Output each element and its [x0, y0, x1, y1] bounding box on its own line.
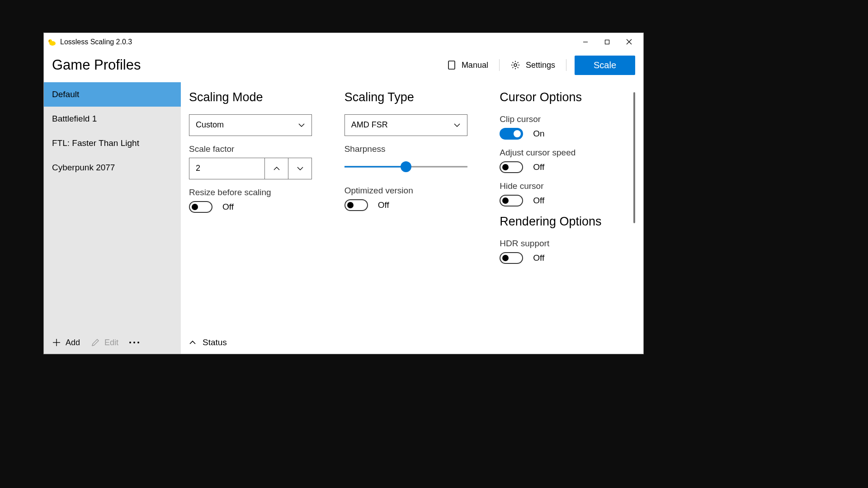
hdr-support-label: HDR support [500, 239, 630, 249]
clip-cursor-label: Clip cursor [500, 114, 630, 124]
gear-icon [510, 60, 520, 70]
edit-label: Edit [104, 338, 118, 347]
status-label: Status [203, 338, 227, 347]
svg-point-8 [514, 64, 517, 66]
profile-label: Battlefield 1 [52, 114, 97, 123]
profile-list: Default Battlefield 1 FTL: Faster Than L… [44, 82, 181, 333]
resize-before-scaling-toggle[interactable] [189, 201, 212, 213]
rendering-options-title: Rendering Options [500, 215, 630, 229]
sidebar: Default Battlefield 1 FTL: Faster Than L… [44, 82, 181, 354]
resize-before-scaling-state: Off [222, 202, 234, 212]
scale-button-label: Scale [594, 60, 616, 70]
plus-icon [52, 338, 61, 347]
profile-item-ftl[interactable]: FTL: Faster Than Light [44, 131, 181, 155]
scaling-type-title: Scaling Type [344, 90, 475, 104]
hide-cursor-state: Off [533, 196, 544, 206]
adjust-cursor-speed-label: Adjust cursor speed [500, 148, 630, 158]
hide-cursor-toggle[interactable] [500, 195, 523, 206]
close-button[interactable] [618, 35, 640, 49]
scaling-mode-title: Scaling Mode [189, 90, 319, 104]
adjust-cursor-speed-state: Off [533, 162, 544, 172]
page-title: Game Profiles [52, 57, 141, 73]
separator [499, 59, 500, 71]
more-options-button[interactable] [129, 342, 139, 343]
sidebar-footer: Add Edit [44, 333, 181, 354]
spinner-down-button[interactable] [288, 158, 311, 179]
scale-factor-label: Scale factor [189, 144, 319, 154]
dropdown-value: AMD FSR [351, 120, 388, 130]
scale-factor-value: 2 [189, 158, 264, 179]
content-area: Scaling Mode Custom Scale factor 2 [181, 82, 643, 354]
scale-factor-spinner[interactable]: 2 [189, 158, 312, 179]
add-profile-button[interactable]: Add [52, 338, 80, 347]
add-label: Add [66, 338, 80, 347]
scaling-mode-dropdown[interactable]: Custom [189, 114, 312, 136]
settings-button[interactable]: Settings [508, 58, 558, 72]
status-expander[interactable]: Status [181, 332, 643, 354]
scale-button[interactable]: Scale [575, 56, 635, 75]
hdr-support-state: Off [533, 253, 544, 263]
sharpness-slider[interactable] [344, 161, 467, 172]
chevron-down-icon [453, 123, 461, 127]
resize-before-scaling-label: Resize before scaling [189, 188, 319, 197]
manual-button[interactable]: Manual [444, 58, 491, 72]
settings-label: Settings [526, 61, 555, 70]
profile-item-default[interactable]: Default [44, 82, 181, 107]
hdr-support-toggle[interactable] [500, 252, 523, 264]
separator [566, 59, 566, 71]
chevron-down-icon [298, 123, 305, 127]
manual-label: Manual [462, 61, 488, 70]
svg-rect-7 [448, 61, 455, 69]
chevron-up-icon [189, 340, 196, 345]
optimized-version-label: Optimized version [344, 186, 475, 196]
optimized-version-state: Off [378, 200, 389, 210]
manual-icon [447, 60, 456, 70]
profile-label: FTL: Faster Than Light [52, 138, 139, 148]
minimize-button[interactable] [575, 35, 596, 49]
app-icon [47, 38, 57, 47]
scaling-type-dropdown[interactable]: AMD FSR [344, 114, 467, 136]
header: Game Profiles Manual Settings Scale [44, 51, 643, 82]
right-column: Cursor Options Clip cursor On Adjust cur… [500, 90, 635, 332]
clip-cursor-state: On [533, 129, 544, 139]
spinner-up-button[interactable] [264, 158, 288, 179]
profile-label: Default [52, 89, 79, 99]
clip-cursor-toggle[interactable] [500, 128, 523, 140]
dropdown-value: Custom [196, 120, 224, 130]
window-title: Lossless Scaling 2.0.3 [60, 38, 132, 46]
profile-item-battlefield-1[interactable]: Battlefield 1 [44, 107, 181, 131]
maximize-button[interactable] [596, 35, 618, 49]
scrollbar[interactable] [633, 92, 635, 223]
pencil-icon [91, 338, 100, 347]
cursor-options-title: Cursor Options [500, 90, 630, 104]
scaling-mode-column: Scaling Mode Custom Scale factor 2 [189, 90, 319, 332]
hide-cursor-label: Hide cursor [500, 181, 630, 191]
optimized-version-toggle[interactable] [344, 199, 368, 211]
app-window: Lossless Scaling 2.0.3 Game Profiles Man… [43, 33, 644, 354]
sharpness-label: Sharpness [344, 144, 475, 154]
adjust-cursor-speed-toggle[interactable] [500, 161, 523, 173]
profile-label: Cyberpunk 2077 [52, 163, 115, 172]
titlebar: Lossless Scaling 2.0.3 [44, 33, 643, 51]
edit-profile-button[interactable]: Edit [91, 338, 118, 347]
scaling-type-column: Scaling Type AMD FSR Sharpness [344, 90, 475, 332]
profile-item-cyberpunk-2077[interactable]: Cyberpunk 2077 [44, 155, 181, 180]
slider-thumb[interactable] [401, 161, 411, 172]
svg-rect-4 [605, 40, 609, 44]
